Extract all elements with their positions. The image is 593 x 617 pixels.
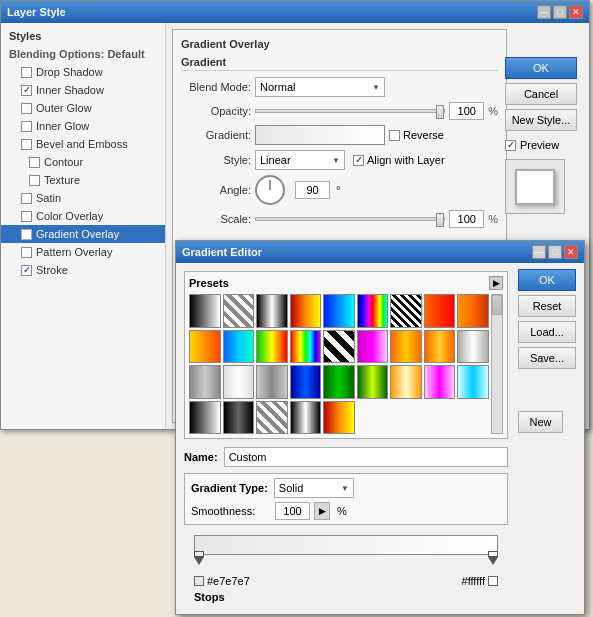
ge-ok-button[interactable]: OK [518, 269, 576, 291]
contour-checkbox[interactable] [29, 157, 40, 168]
list-item[interactable] [223, 294, 255, 328]
list-item[interactable] [390, 294, 422, 328]
outer-glow-checkbox[interactable] [21, 103, 32, 114]
cancel-button[interactable]: Cancel [505, 83, 577, 105]
opacity-slider-thumb[interactable] [436, 105, 444, 119]
sidebar-item-bevel-emboss[interactable]: Bevel and Emboss [1, 135, 165, 153]
drop-shadow-checkbox[interactable] [21, 67, 32, 78]
gradient-preview-dropdown[interactable] [255, 125, 385, 145]
ge-minimize-button[interactable]: — [532, 245, 546, 259]
bevel-emboss-checkbox[interactable] [21, 139, 32, 150]
list-item[interactable] [457, 330, 489, 364]
list-item[interactable] [323, 294, 355, 328]
gradient-bar[interactable] [194, 535, 498, 555]
list-item[interactable] [256, 294, 288, 328]
list-item[interactable] [290, 294, 322, 328]
ge-new-button[interactable]: New [518, 411, 563, 433]
inner-shadow-checkbox[interactable]: ✓ [21, 85, 32, 96]
list-item[interactable] [390, 330, 422, 364]
list-item[interactable] [223, 330, 255, 364]
list-item[interactable] [323, 330, 355, 364]
right-color-value: #ffffff [462, 575, 485, 587]
gradient-type-dropdown[interactable]: Solid ▼ [274, 478, 354, 498]
list-item[interactable] [424, 330, 456, 364]
close-button[interactable]: ✕ [569, 5, 583, 19]
scale-slider-track[interactable] [255, 217, 445, 221]
minimize-button[interactable]: — [537, 5, 551, 19]
right-stop-indicator[interactable] [488, 551, 498, 565]
scale-slider-thumb[interactable] [436, 213, 444, 227]
sidebar-item-inner-glow[interactable]: Inner Glow [1, 117, 165, 135]
smoothness-stepper[interactable]: ▶ [314, 502, 330, 520]
list-item[interactable] [189, 365, 221, 399]
list-item[interactable] [457, 365, 489, 399]
ge-maximize-button[interactable]: □ [548, 245, 562, 259]
ge-reset-button[interactable]: Reset [518, 295, 576, 317]
texture-checkbox[interactable] [29, 175, 40, 186]
list-item[interactable] [357, 330, 389, 364]
sidebar-item-drop-shadow[interactable]: Drop Shadow [1, 63, 165, 81]
list-item[interactable] [256, 330, 288, 364]
angle-dial[interactable] [255, 175, 285, 205]
preview-checkbox[interactable]: ✓ [505, 140, 516, 151]
maximize-button[interactable]: □ [553, 5, 567, 19]
presets-options-button[interactable]: ▶ [489, 276, 503, 290]
ge-close-button[interactable]: ✕ [564, 245, 578, 259]
smoothness-label: Smoothness: [191, 505, 271, 517]
sidebar-item-outer-glow[interactable]: Outer Glow [1, 99, 165, 117]
presets-scroll-thumb[interactable] [492, 295, 502, 315]
pattern-overlay-checkbox[interactable] [21, 247, 32, 258]
sidebar-item-stroke[interactable]: ✓ Stroke [1, 261, 165, 279]
list-item[interactable] [424, 365, 456, 399]
list-item[interactable] [189, 294, 221, 328]
satin-checkbox[interactable] [21, 193, 32, 204]
ge-save-button[interactable]: Save... [518, 347, 576, 369]
style-dropdown[interactable]: Linear ▼ [255, 150, 345, 170]
name-input[interactable] [224, 447, 508, 467]
presets-scrollbar[interactable] [491, 294, 503, 434]
align-with-layer-label[interactable]: ✓ Align with Layer [353, 154, 445, 166]
opacity-input[interactable] [449, 102, 484, 120]
list-item[interactable] [290, 365, 322, 399]
new-style-button[interactable]: New Style... [505, 109, 577, 131]
scale-input[interactable] [449, 210, 484, 228]
sidebar-item-inner-shadow[interactable]: ✓ Inner Shadow [1, 81, 165, 99]
list-item[interactable] [223, 401, 255, 435]
sidebar-item-contour[interactable]: Contour [1, 153, 165, 171]
align-checkbox[interactable]: ✓ [353, 155, 364, 166]
angle-input[interactable] [295, 181, 330, 199]
stroke-checkbox[interactable]: ✓ [21, 265, 32, 276]
list-item[interactable] [424, 294, 456, 328]
opacity-slider-track[interactable] [255, 109, 445, 113]
list-item[interactable] [189, 401, 221, 435]
sidebar-item-pattern-overlay[interactable]: Pattern Overlay [1, 243, 165, 261]
sidebar-item-blending-options[interactable]: Blending Options: Default [1, 45, 165, 63]
gradient-overlay-checkbox[interactable]: ✓ [21, 229, 32, 240]
list-item[interactable] [256, 401, 288, 435]
sidebar-item-color-overlay[interactable]: Color Overlay [1, 207, 165, 225]
ge-new-button-area: New [518, 411, 576, 433]
list-item[interactable] [223, 365, 255, 399]
list-item[interactable] [323, 401, 355, 435]
list-item[interactable] [290, 330, 322, 364]
sidebar-item-satin[interactable]: Satin [1, 189, 165, 207]
reverse-checkbox[interactable] [389, 130, 400, 141]
list-item[interactable] [390, 365, 422, 399]
list-item[interactable] [256, 365, 288, 399]
ge-load-button[interactable]: Load... [518, 321, 576, 343]
sidebar-item-gradient-overlay[interactable]: ✓ Gradient Overlay [1, 225, 165, 243]
smoothness-input[interactable] [275, 502, 310, 520]
list-item[interactable] [323, 365, 355, 399]
sidebar-item-texture[interactable]: Texture [1, 171, 165, 189]
inner-glow-checkbox[interactable] [21, 121, 32, 132]
list-item[interactable] [357, 365, 389, 399]
list-item[interactable] [457, 294, 489, 328]
list-item[interactable] [189, 330, 221, 364]
list-item[interactable] [357, 294, 389, 328]
color-overlay-checkbox[interactable] [21, 211, 32, 222]
reverse-label[interactable]: Reverse [389, 129, 444, 141]
list-item[interactable] [290, 401, 322, 435]
ok-button[interactable]: OK [505, 57, 577, 79]
left-stop-indicator[interactable] [194, 551, 204, 565]
blend-mode-dropdown[interactable]: Normal ▼ [255, 77, 385, 97]
